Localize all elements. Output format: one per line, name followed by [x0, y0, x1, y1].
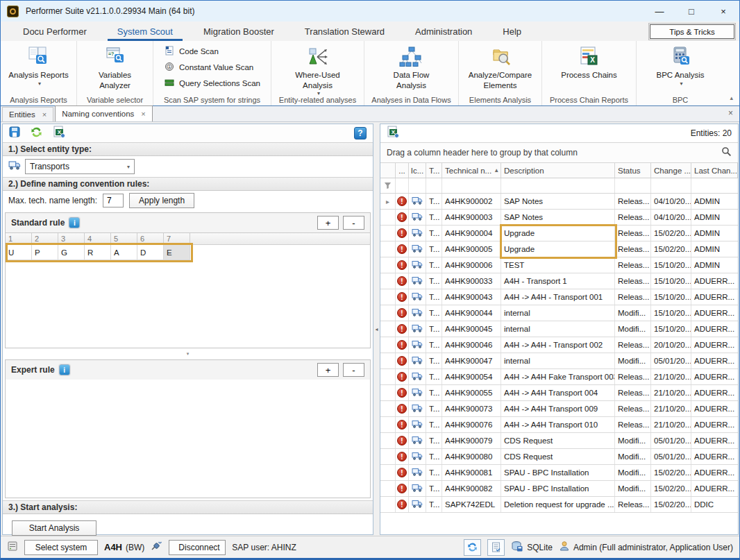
rule-cell[interactable]: U [6, 245, 32, 260]
table-row[interactable]: T...A4HK900045internalModifi...15/10/20.… [380, 321, 738, 337]
panel-splitter[interactable]: ◂ [373, 124, 380, 535]
analysis-reports-button[interactable]: Analysis Reports ▾ [8, 46, 68, 87]
table-row[interactable]: T...A4HK900046A4H -> A4H - Transport 002… [380, 337, 738, 353]
query-selections-scan-button[interactable]: Query Selections Scan [165, 78, 260, 89]
refresh-connection-button[interactable] [464, 539, 481, 556]
col-last-changed-by[interactable]: Last Chan... [691, 163, 738, 178]
tab-docu-performer[interactable]: Docu Performer [13, 22, 96, 41]
tab-administration[interactable]: Administration [405, 22, 482, 41]
tab-translation-steward[interactable]: Translation Steward [295, 22, 394, 41]
minimize-button[interactable]: — [644, 1, 675, 22]
horizontal-splitter[interactable]: ▾ [3, 350, 373, 357]
rule-col-header[interactable]: 6 [137, 233, 164, 245]
col-icon[interactable]: Ic... [409, 163, 426, 178]
table-row[interactable]: T...A4HK900076A4H -> A4H Transport 010Re… [380, 417, 738, 433]
tab-help[interactable]: Help [493, 22, 531, 41]
excel-export-icon[interactable]: X [53, 126, 65, 141]
table-row[interactable]: T...A4HK900003SAP NotesReleas...04/10/20… [380, 210, 738, 226]
table-row[interactable]: T...A4HK900080CDS RequestModifi...05/01/… [380, 449, 738, 465]
filter-row[interactable] [380, 178, 738, 194]
rule-col-header[interactable]: 2 [32, 233, 58, 245]
filter-cell[interactable] [651, 178, 691, 193]
bpc-analysis-button[interactable]: BPC Analysis ▾ [656, 46, 704, 87]
add-rule-button[interactable]: + [317, 216, 339, 230]
info-icon[interactable]: i [59, 364, 70, 375]
close-tab-icon[interactable]: × [42, 110, 47, 119]
table-row[interactable]: T...A4HK900005UpgradeReleas...15/02/20..… [380, 241, 738, 257]
search-icon[interactable] [721, 146, 732, 159]
disconnect-button[interactable]: Disconnect [169, 540, 226, 555]
col-description[interactable]: Description [501, 163, 615, 178]
table-row[interactable]: T...A4HK900082SPAU - BPC InstallationMod… [380, 481, 738, 497]
close-tab-icon[interactable]: × [141, 110, 145, 118]
rule-cell[interactable]: R [85, 245, 111, 260]
filter-cell[interactable] [691, 178, 738, 193]
rule-col-header[interactable]: 5 [111, 233, 137, 245]
table-row[interactable]: T...A4HK900081SPAU - BPC InstallationMod… [380, 465, 738, 481]
remove-expert-rule-button[interactable]: - [343, 363, 364, 377]
table-row[interactable]: T...A4HK900073A4H -> A4H Transport 009Re… [380, 401, 738, 417]
entity-type-dropdown[interactable]: Transports ▾ [25, 159, 135, 174]
rule-cell[interactable]: P [32, 245, 58, 260]
filter-cell[interactable] [426, 178, 442, 193]
close-panel-icon[interactable]: × [728, 108, 733, 118]
doc-tab-entities[interactable]: Entities × [2, 107, 53, 121]
rule-cell-selected[interactable]: E [164, 245, 190, 260]
rule-cell[interactable]: A [111, 245, 137, 260]
table-row[interactable]: T...A4HK900054A4H -> A4H Fake Transport … [380, 369, 738, 385]
analyze-compare-elements-button[interactable]: Analyze/Compare Elements [469, 46, 532, 90]
rule-col-header[interactable]: 1 [6, 233, 32, 245]
excel-export-icon[interactable]: X [387, 126, 399, 141]
apply-length-button[interactable]: Apply length [129, 193, 194, 208]
collapse-ribbon-icon[interactable]: ▴ [730, 94, 733, 101]
col-dots[interactable]: ... [396, 163, 409, 178]
log-document-button[interactable] [487, 539, 505, 556]
table-row[interactable]: T...A4HK900004UpgradeReleas...15/02/20..… [380, 226, 738, 241]
doc-tab-naming-conventions[interactable]: Naming conventions × [55, 105, 153, 121]
table-row[interactable]: T...A4HK900043A4H -> A4H - Transport 001… [380, 289, 738, 305]
close-button[interactable]: × [707, 1, 739, 22]
add-expert-rule-button[interactable]: + [317, 363, 339, 377]
help-icon[interactable] [354, 127, 367, 139]
start-analysis-button[interactable]: Start Analysis [12, 520, 96, 536]
data-flow-analysis-button[interactable]: Data Flow Analysis [380, 46, 444, 90]
col-change-date[interactable]: Change ... [651, 163, 691, 178]
col-row-indicator[interactable] [380, 163, 396, 178]
table-row[interactable]: T...A4HK900006TESTReleas...15/10/20...AD… [380, 257, 738, 273]
tab-system-scout[interactable]: System Scout [108, 22, 183, 41]
table-row[interactable]: T...A4HK900033A4H - Transport 1Releas...… [380, 273, 738, 289]
constant-value-scan-button[interactable]: 1 Constant Value Scan [165, 62, 253, 73]
filter-cell[interactable] [615, 178, 651, 193]
code-scan-button[interactable]: Code Scan [165, 46, 219, 57]
tips-tricks-button[interactable]: Tips & Tricks [650, 24, 734, 39]
info-icon[interactable]: i [69, 217, 80, 228]
tab-migration-booster[interactable]: Migration Booster [194, 22, 284, 41]
filter-cell[interactable] [409, 178, 426, 193]
table-row[interactable]: T...SAPK742EDLDeletion request for upgra… [380, 497, 738, 513]
max-length-input[interactable] [103, 194, 124, 207]
filter-cell[interactable] [396, 178, 409, 193]
rule-cell[interactable]: G [58, 245, 85, 260]
refresh-icon[interactable] [31, 126, 42, 141]
remove-rule-button[interactable]: - [343, 216, 364, 230]
rule-col-header[interactable]: 4 [85, 233, 111, 245]
table-row[interactable]: T...A4HK900079CDS RequestModifi...05/01/… [380, 433, 738, 449]
filter-cell[interactable] [501, 178, 615, 193]
process-chains-button[interactable]: X Process Chains [561, 46, 617, 80]
col-technical-name[interactable]: Technical n... ▲ [442, 163, 501, 178]
group-by-bar[interactable]: Drag a column header here to group by th… [380, 142, 738, 163]
maximize-button[interactable]: □ [675, 1, 707, 22]
col-status[interactable]: Status [615, 163, 651, 178]
rule-cell[interactable]: D [137, 245, 164, 260]
save-icon[interactable] [9, 126, 20, 140]
row-expander-icon[interactable]: ▸ [386, 198, 389, 205]
table-row[interactable]: T...A4HK900047internalModifi...05/01/20.… [380, 353, 738, 369]
rule-col-header[interactable]: 3 [58, 233, 85, 245]
variables-analyzer-button[interactable]: =? Variables Analyzer [83, 46, 147, 90]
where-used-analysis-button[interactable]: Where-Used Analysis ▾ [286, 46, 350, 97]
rule-col-header[interactable]: 7 [164, 233, 190, 245]
select-system-button[interactable]: Select system [24, 540, 98, 555]
filter-cell[interactable] [442, 178, 501, 193]
table-row[interactable]: T...A4HK900055A4H -> A4H Transport 004Re… [380, 385, 738, 401]
table-row[interactable]: ▸T...A4HK900002SAP NotesReleas...04/10/2… [380, 194, 738, 210]
